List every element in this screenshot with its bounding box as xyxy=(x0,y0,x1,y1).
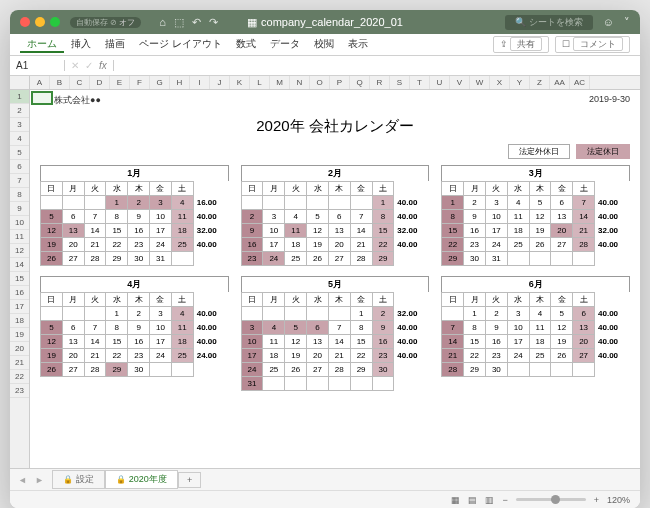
day-cell[interactable]: 30 xyxy=(372,363,394,377)
chevron-icon[interactable]: ˅ xyxy=(624,16,630,29)
row-header[interactable]: 17 xyxy=(10,300,29,314)
day-cell[interactable]: 21 xyxy=(84,238,106,252)
day-cell[interactable]: 2 xyxy=(372,307,394,321)
day-cell[interactable]: 21 xyxy=(328,349,350,363)
column-header[interactable]: AC xyxy=(570,76,590,89)
day-cell[interactable]: 23 xyxy=(128,349,150,363)
column-header[interactable]: B xyxy=(50,76,70,89)
day-cell[interactable] xyxy=(307,307,329,321)
row-header[interactable]: 4 xyxy=(10,132,29,146)
day-cell[interactable] xyxy=(529,363,551,377)
day-cell[interactable]: 27 xyxy=(328,252,350,266)
day-cell[interactable]: 25 xyxy=(507,238,529,252)
day-cell[interactable]: 19 xyxy=(529,224,551,238)
row-header[interactable]: 20 xyxy=(10,342,29,356)
column-header[interactable]: E xyxy=(110,76,130,89)
day-cell[interactable] xyxy=(350,196,372,210)
column-header[interactable]: N xyxy=(290,76,310,89)
row-header[interactable]: 7 xyxy=(10,174,29,188)
day-cell[interactable]: 21 xyxy=(84,349,106,363)
day-cell[interactable] xyxy=(442,307,464,321)
day-cell[interactable]: 7 xyxy=(350,210,372,224)
day-cell[interactable] xyxy=(551,252,573,266)
day-cell[interactable]: 24 xyxy=(485,238,507,252)
day-cell[interactable] xyxy=(573,252,595,266)
day-cell[interactable]: 8 xyxy=(106,210,128,224)
day-cell[interactable]: 14 xyxy=(84,335,106,349)
day-cell[interactable]: 21 xyxy=(442,349,464,363)
fx-icon[interactable]: fx xyxy=(99,60,107,71)
autosave-toggle[interactable]: 自動保存 ⊘オフ xyxy=(70,17,141,28)
day-cell[interactable]: 9 xyxy=(128,321,150,335)
day-cell[interactable]: 1 xyxy=(464,307,486,321)
day-cell[interactable]: 28 xyxy=(328,363,350,377)
ribbon-tab[interactable]: ページ レイアウト xyxy=(132,37,229,53)
day-cell[interactable]: 23 xyxy=(372,349,394,363)
day-cell[interactable]: 28 xyxy=(84,252,106,266)
day-cell[interactable]: 12 xyxy=(307,224,329,238)
day-cell[interactable]: 9 xyxy=(241,224,263,238)
row-header[interactable]: 10 xyxy=(10,216,29,230)
day-cell[interactable]: 3 xyxy=(263,210,285,224)
day-cell[interactable] xyxy=(529,252,551,266)
day-cell[interactable]: 11 xyxy=(507,210,529,224)
view-normal-icon[interactable]: ▦ xyxy=(451,495,460,505)
row-header[interactable]: 15 xyxy=(10,272,29,286)
day-cell[interactable]: 29 xyxy=(350,363,372,377)
day-cell[interactable]: 26 xyxy=(41,363,63,377)
maximize-button[interactable] xyxy=(50,17,60,27)
day-cell[interactable]: 27 xyxy=(551,238,573,252)
ribbon-tab[interactable]: 数式 xyxy=(229,37,263,53)
day-cell[interactable]: 15 xyxy=(442,224,464,238)
day-cell[interactable]: 27 xyxy=(62,363,84,377)
day-cell[interactable]: 23 xyxy=(464,238,486,252)
day-cell[interactable]: 29 xyxy=(106,252,128,266)
day-cell[interactable]: 26 xyxy=(529,238,551,252)
day-cell[interactable] xyxy=(62,196,84,210)
comment-button[interactable]: ☐ コメント xyxy=(555,36,630,53)
day-cell[interactable]: 10 xyxy=(241,335,263,349)
day-cell[interactable]: 19 xyxy=(41,349,63,363)
day-cell[interactable]: 4 xyxy=(171,196,193,210)
day-cell[interactable]: 13 xyxy=(328,224,350,238)
day-cell[interactable] xyxy=(328,377,350,391)
day-cell[interactable]: 26 xyxy=(285,363,307,377)
day-cell[interactable]: 11 xyxy=(529,321,551,335)
day-cell[interactable]: 23 xyxy=(241,252,263,266)
day-cell[interactable]: 25 xyxy=(285,252,307,266)
day-cell[interactable]: 16 xyxy=(128,335,150,349)
day-cell[interactable]: 3 xyxy=(241,321,263,335)
day-cell[interactable]: 25 xyxy=(263,363,285,377)
day-cell[interactable]: 8 xyxy=(442,210,464,224)
day-cell[interactable]: 6 xyxy=(328,210,350,224)
day-cell[interactable]: 24 xyxy=(150,238,172,252)
day-cell[interactable]: 30 xyxy=(128,363,150,377)
day-cell[interactable]: 27 xyxy=(62,252,84,266)
day-cell[interactable]: 18 xyxy=(171,224,193,238)
row-header[interactable]: 5 xyxy=(10,146,29,160)
day-cell[interactable] xyxy=(84,307,106,321)
day-cell[interactable]: 14 xyxy=(442,335,464,349)
column-header[interactable]: Q xyxy=(350,76,370,89)
day-cell[interactable]: 17 xyxy=(241,349,263,363)
day-cell[interactable]: 11 xyxy=(171,321,193,335)
day-cell[interactable]: 29 xyxy=(442,252,464,266)
select-all-corner[interactable] xyxy=(10,76,30,89)
day-cell[interactable] xyxy=(41,196,63,210)
confirm-icon[interactable]: ✓ xyxy=(85,60,93,71)
day-cell[interactable]: 11 xyxy=(171,210,193,224)
day-cell[interactable] xyxy=(328,307,350,321)
row-header[interactable]: 6 xyxy=(10,160,29,174)
day-cell[interactable]: 5 xyxy=(529,196,551,210)
day-cell[interactable]: 29 xyxy=(372,252,394,266)
day-cell[interactable] xyxy=(241,196,263,210)
day-cell[interactable]: 1 xyxy=(372,196,394,210)
day-cell[interactable]: 13 xyxy=(62,224,84,238)
day-cell[interactable]: 12 xyxy=(551,321,573,335)
view-layout-icon[interactable]: ▤ xyxy=(468,495,477,505)
day-cell[interactable]: 28 xyxy=(350,252,372,266)
day-cell[interactable]: 21 xyxy=(573,224,595,238)
day-cell[interactable] xyxy=(328,196,350,210)
tab-nav-prev[interactable]: ◄ xyxy=(18,475,27,485)
ribbon-tab[interactable]: データ xyxy=(263,37,307,53)
